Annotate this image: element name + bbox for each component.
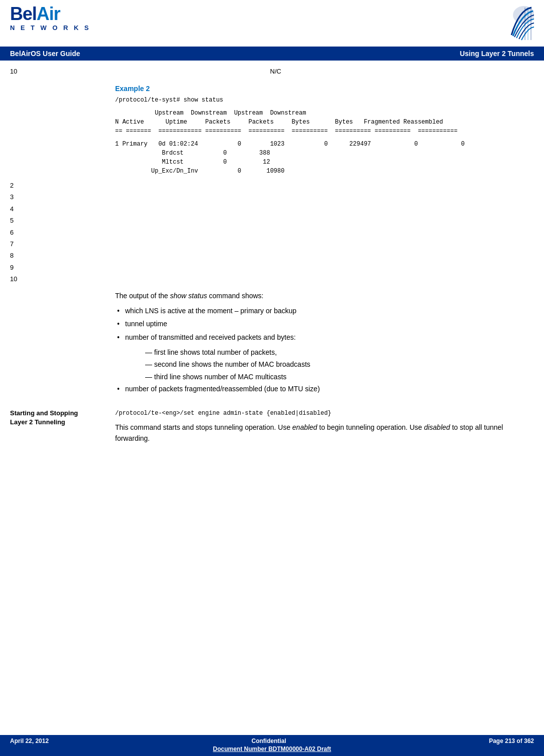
starting-stopping-section: Starting and Stopping Layer 2 Tunneling …	[10, 409, 534, 448]
desc-right-col: The output of the show status command sh…	[110, 290, 534, 399]
logo-bel: Bel	[10, 4, 37, 24]
row-num-8: 8	[10, 250, 534, 261]
belair-logo: BelAir	[10, 5, 91, 23]
page-layout: Example 2 /protocol/te-syst# show status…	[10, 80, 534, 180]
footer: April 22, 2012 Confidential Page 213 of …	[0, 735, 544, 756]
bullet-item-4: number of packets fragmented/reassembled…	[115, 383, 534, 394]
logo-area: BelAir N E T W O R K S	[10, 5, 91, 32]
title-bar: BelAirOS User Guide Using Layer 2 Tunnel…	[0, 47, 544, 61]
spacer-numbers: 2 3 4 5 6 7 8 9 10	[10, 180, 534, 285]
starting-desc-middle: to begin tunneling operation. Use	[317, 423, 424, 431]
starting-right: /protocol/te-<eng>/set engine admin-stat…	[110, 409, 534, 448]
description-layout: The output of the show status command sh…	[10, 290, 534, 399]
intro-text: The output of the show status command sh…	[115, 290, 534, 301]
sub-item-1: first line shows total number of packets…	[115, 347, 534, 358]
sub-item-2: second line shows the number of MAC broa…	[115, 359, 534, 370]
logo-graphic	[489, 5, 534, 44]
page-header: BelAir N E T W O R K S	[0, 0, 544, 47]
right-column: Example 2 /protocol/te-syst# show status…	[110, 80, 534, 180]
enabled-word: enabled	[292, 423, 317, 431]
disabled-word: disabled	[424, 423, 450, 431]
intro-prefix: The output of the	[115, 292, 170, 300]
row-num-3: 3	[10, 191, 534, 203]
title-left: BelAirOS User Guide	[10, 50, 80, 58]
starting-command: /protocol/te-<eng>/set engine admin-stat…	[115, 409, 534, 418]
logo-air: Air	[37, 4, 60, 24]
row-num-5: 5	[10, 215, 534, 226]
row-num-7: 7	[10, 238, 534, 250]
footer-page: Page 213 of 362	[489, 737, 534, 744]
bullet-item-3: number of transmitted and received packe…	[115, 332, 534, 343]
main-content: 10 N/C Example 2 /protocol/te-syst# show…	[0, 61, 544, 453]
row-num-4: 4	[10, 203, 534, 215]
footer-doc-number: Document Number BDTM00000-A02 Draft	[0, 745, 544, 755]
table-row-1: 1 Primary 0d 01:02:24 0 1023 0 229497 0 …	[115, 140, 534, 176]
desc-left-col	[10, 290, 110, 399]
example2-heading: Example 2	[115, 85, 534, 93]
footer-confidential: Confidential	[252, 737, 286, 744]
sub-item-3: third line shows number of MAC multicast…	[115, 371, 534, 382]
bullet-list: which LNS is active at the moment – prim…	[115, 305, 534, 343]
row-num-10: 10	[10, 273, 534, 285]
starting-desc-start: This command starts and stops tunneling …	[115, 423, 292, 431]
starting-label: Starting and Stopping Layer 2 Tunneling	[10, 409, 105, 427]
number-rows: 2 3 4 5 6 7 8 9 10	[10, 180, 534, 285]
nc-value: N/C	[270, 68, 281, 75]
starting-label-line1: Starting and Stopping	[10, 409, 78, 417]
bullet-item-1: which LNS is active at the moment – prim…	[115, 305, 534, 316]
bullet-list-2: number of packets fragmented/reassembled…	[115, 383, 534, 394]
row-num-9: 9	[10, 262, 534, 273]
title-right: Using Layer 2 Tunnels	[460, 50, 534, 58]
bullet-item-2: tunnel uptime	[115, 318, 534, 329]
starting-description: This command starts and stops tunneling …	[115, 422, 534, 444]
row-num-6: 6	[10, 227, 534, 238]
row-num-2: 2	[10, 180, 534, 191]
starting-label-line2: Layer 2 Tunneling	[10, 418, 65, 426]
example2-command: /protocol/te-syst# show status	[115, 96, 534, 105]
show-status-italic: show status	[170, 292, 207, 300]
logo-networks: N E T W O R K S	[10, 24, 91, 32]
left-column	[10, 80, 110, 180]
top-row: 10 N/C	[10, 66, 534, 77]
footer-line1: April 22, 2012 Confidential Page 213 of …	[0, 735, 544, 745]
starting-left: Starting and Stopping Layer 2 Tunneling	[10, 409, 110, 448]
footer-date: April 22, 2012	[10, 737, 49, 744]
intro-suffix: command shows:	[207, 292, 264, 300]
table-header: Upstream Downstream Upstream Downstream …	[115, 109, 534, 136]
row-10: 10	[10, 68, 17, 75]
